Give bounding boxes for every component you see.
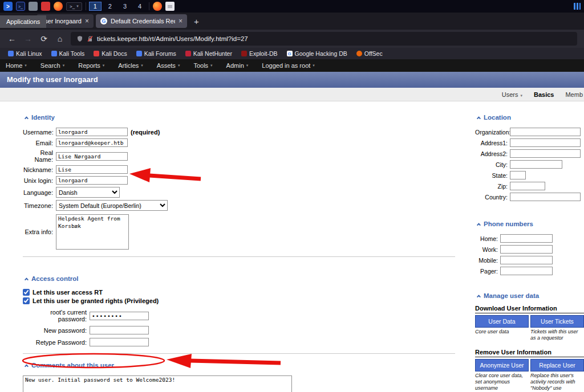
timezone-select[interactable]: System Default (Europe/Berlin) [56, 200, 168, 211]
country-input[interactable] [510, 193, 581, 201]
firefox-icon[interactable] [54, 2, 63, 11]
download-buttons-row: User Data User Tickets [475, 315, 584, 328]
rt-menu-assets[interactable]: Assets [157, 62, 180, 69]
firefox-window-icon[interactable] [153, 2, 162, 11]
email-input[interactable] [56, 138, 128, 147]
address1-input[interactable] [510, 138, 581, 147]
unix-login-input[interactable] [56, 176, 128, 185]
rt-menu-bar: Home Search Reports Articles Assets Tool… [0, 59, 584, 72]
rt-menu-tools[interactable]: Tools [193, 62, 212, 69]
text-editor-icon[interactable] [41, 2, 50, 11]
bookmark-google-hacking-db[interactable]: Google Hacking DB [287, 50, 347, 57]
bookmark-label: OffSec [364, 50, 383, 57]
rt-menu-reports[interactable]: Reports [78, 62, 104, 69]
phone-work-input[interactable] [500, 245, 553, 254]
workspace-button-1[interactable]: 1 [90, 2, 101, 10]
collapse-chevron-icon [477, 116, 481, 120]
url-bar[interactable]: tickets.keeper.htb/rt/Admin/Users/Modify… [71, 32, 577, 46]
replace-user-button[interactable]: Replace User [530, 359, 584, 371]
city-row: City: [475, 160, 584, 169]
section-title: Phone numbers [484, 220, 533, 227]
tab-users[interactable]: Users [502, 91, 522, 98]
extra-info-textarea[interactable]: Helpdesk Agent from Korsbæk [56, 214, 129, 250]
terminal-icon[interactable] [16, 2, 25, 11]
workspace-button-4[interactable]: 4 [134, 2, 145, 10]
manage-user-data-section-heading[interactable]: Manage user data [477, 292, 584, 299]
bookmark-favicon [287, 51, 293, 56]
organization-input[interactable] [510, 128, 581, 136]
bookmark-kali-tools[interactable]: Kali Tools [51, 50, 85, 57]
new-password-input[interactable] [90, 326, 149, 334]
address2-label: Address2: [475, 150, 508, 157]
kali-menu-icon[interactable] [3, 2, 13, 11]
rt-menu-logged-in-as-root[interactable]: Logged in as root [262, 62, 315, 69]
address1-row: Address1: [475, 138, 584, 147]
clipboard-icon[interactable] [165, 2, 175, 11]
bookmark-offsec[interactable]: OffSec [356, 50, 383, 57]
rt-menu-home[interactable]: Home [6, 62, 27, 69]
tab-close-icon[interactable]: × [85, 17, 89, 25]
system-monitor-icon[interactable] [574, 3, 581, 10]
workspace-button-3[interactable]: 3 [119, 2, 131, 10]
home-icon[interactable]: ⌂ [55, 34, 65, 43]
bookmark-kali-forums[interactable]: Kali Forums [136, 50, 176, 57]
phone-mobile-input[interactable] [500, 256, 553, 264]
comments-textarea[interactable]: New user. Initial password set to Welcom… [23, 375, 292, 392]
location-section-heading[interactable]: Location [477, 114, 584, 121]
city-label: City: [475, 161, 508, 168]
username-input[interactable] [56, 128, 128, 136]
file-manager-icon[interactable] [29, 2, 38, 11]
required-note: (required) [131, 129, 160, 136]
state-input[interactable] [510, 171, 526, 179]
comments-section-heading[interactable]: Comments about this user [25, 362, 455, 369]
language-label: Language: [23, 189, 53, 196]
retype-password-label: Retype Password: [23, 339, 87, 346]
current-password-input[interactable] [90, 312, 149, 320]
phone-numbers-section-heading[interactable]: Phone numbers [477, 220, 584, 227]
applications-menu-button[interactable]: Applications [0, 15, 46, 28]
zip-input[interactable] [510, 182, 545, 190]
tab-default-credentials[interactable]: Default Credentials Requ × [96, 14, 187, 28]
tab-close-icon[interactable]: × [179, 17, 182, 25]
bookmark-kali-linux[interactable]: Kali Linux [8, 50, 42, 57]
shield-icon[interactable] [76, 35, 83, 42]
user-tickets-button[interactable]: User Tickets [530, 315, 584, 328]
terminal-selector[interactable] [66, 2, 82, 11]
bookmark-exploit-db[interactable]: Exploit-DB [241, 50, 278, 57]
reload-icon[interactable]: ⟳ [39, 34, 49, 43]
privileged-checkbox[interactable] [23, 297, 30, 304]
user-data-button[interactable]: User Data [475, 315, 529, 328]
section-divider [23, 353, 455, 354]
phone-pager-input[interactable] [500, 267, 553, 275]
browser-toolbar: ← → ⟳ ⌂ tickets.keeper.htb/rt/Admin/User… [0, 30, 584, 48]
new-tab-button[interactable]: + [189, 17, 204, 26]
rt-menu-articles[interactable]: Articles [118, 62, 143, 69]
rt-menu-search[interactable]: Search [40, 62, 64, 69]
bookmark-favicon [241, 51, 247, 56]
back-icon[interactable]: ← [7, 34, 17, 43]
city-input[interactable] [510, 160, 562, 169]
anonymize-user-button[interactable]: Anonymize User [475, 359, 529, 371]
tab-memberships[interactable]: Memb [565, 91, 583, 98]
retype-password-input[interactable] [90, 338, 149, 346]
address2-input[interactable] [510, 149, 581, 158]
insecure-lock-icon[interactable] [87, 35, 94, 42]
bookmark-favicon [51, 51, 57, 56]
phone-home-label: Home: [475, 235, 498, 242]
bookmark-kali-docs[interactable]: Kali Docs [94, 50, 127, 57]
realname-input[interactable] [56, 152, 128, 161]
phone-home-input[interactable] [500, 234, 553, 243]
rt-menu-admin[interactable]: Admin [226, 62, 249, 69]
access-rt-checkbox[interactable] [23, 289, 30, 296]
workspace-button-2[interactable]: 2 [104, 2, 116, 10]
language-select[interactable]: Danish [56, 187, 120, 198]
tab-basics[interactable]: Basics [534, 91, 554, 98]
identity-section-heading[interactable]: Identity [25, 114, 455, 121]
nickname-input[interactable] [56, 165, 128, 174]
collapse-chevron-icon [25, 364, 29, 368]
bookmark-kali-nethunter[interactable]: Kali NetHunter [185, 50, 232, 57]
url-text[interactable]: tickets.keeper.htb/rt/Admin/Users/Modify… [97, 35, 248, 42]
forward-icon[interactable]: → [23, 34, 33, 43]
phone-mobile-row: Mobile: [475, 256, 584, 264]
access-control-section-heading[interactable]: Access control [25, 275, 455, 282]
